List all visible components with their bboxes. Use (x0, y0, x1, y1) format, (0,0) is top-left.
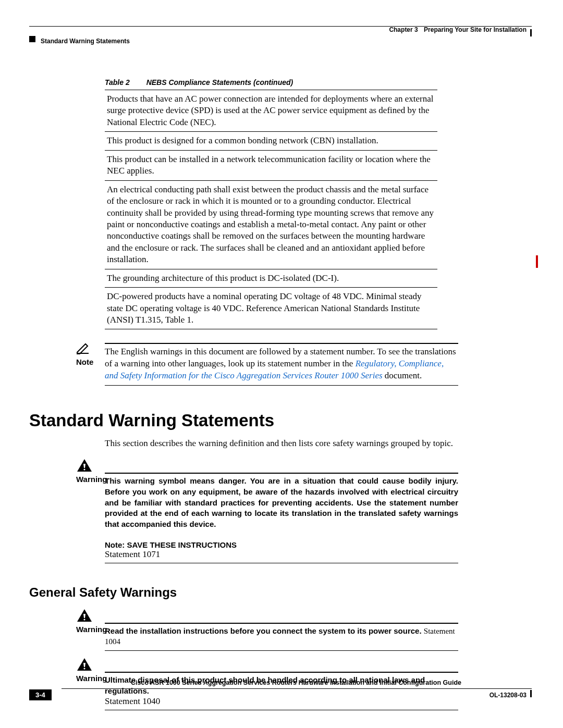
warning-note: Note: SAVE THESE INSTRUCTIONS (105, 540, 458, 549)
warning-statement: Statement 1071 (105, 549, 458, 560)
running-section-title: Standard Warning Statements (41, 38, 130, 45)
svg-point-1 (83, 619, 85, 620)
table-row: The grounding architecture of this produ… (105, 269, 437, 287)
warning-rule-bottom (105, 650, 458, 651)
table-number: Table 2 (105, 78, 130, 87)
heading-2: General Safety Warnings (29, 585, 532, 600)
footer-page-number: 3-4 (29, 689, 52, 700)
warning-block-1: Warning This warning symbol means danger… (29, 459, 532, 563)
document-page: Chapter 3 Preparing Your Site for Instal… (29, 16, 532, 712)
header-end-bar-icon (530, 29, 532, 36)
warning-triangle-icon (76, 657, 93, 674)
note-rule-bottom (105, 385, 458, 386)
warning-body: This warning symbol means danger. You ar… (105, 476, 458, 529)
nebs-table: Products that have an AC power connectio… (105, 90, 437, 329)
chapter-heading: Chapter 3 Preparing Your Site for Instal… (389, 26, 527, 33)
pencil-icon (76, 342, 92, 356)
note-label: Note (76, 357, 93, 366)
header-square-icon (29, 36, 35, 42)
note-block: Note The English warnings in this docume… (29, 343, 532, 386)
table-row: This product can be installed in a netwo… (105, 150, 437, 180)
warning-rule-bottom (105, 563, 458, 563)
table-row: DC-powered products have a nominal opera… (105, 288, 437, 329)
warning-label: Warning (76, 625, 107, 634)
heading-1: Standard Warning Statements (29, 411, 532, 430)
table-row: This product is designed for a common bo… (105, 132, 437, 150)
page-header: Chapter 3 Preparing Your Site for Instal… (29, 26, 532, 47)
revision-bar-icon (536, 255, 538, 268)
note-body: The English warnings in this document ar… (105, 346, 458, 382)
warning-rule-top (105, 623, 458, 624)
warning-triangle-icon (76, 458, 93, 475)
table-row: An electrical conducting path shall exis… (105, 180, 437, 269)
chapter-title-text: Preparing Your Site for Installation (424, 26, 527, 33)
chapter-label: Chapter 3 (389, 26, 418, 33)
footer-doc-number: OL-13208-03 (489, 692, 527, 699)
footer-end-bar-icon (530, 690, 532, 697)
page-footer: Cisco ASR 1000 Series Aggregation Servic… (29, 688, 532, 712)
note-text-post: document. (383, 371, 422, 380)
warning-rule-top (105, 473, 458, 474)
footer-guide-title: Cisco ASR 1000 Series Aggregation Servic… (66, 679, 527, 686)
warning-rule-top (105, 672, 458, 673)
warning-triangle-icon (76, 608, 93, 625)
warning-text: Read the installation instructions befor… (105, 626, 422, 635)
warning-body: Read the installation instructions befor… (105, 626, 458, 647)
footer-rule (62, 688, 532, 689)
warning-block-2: Warning Read the installation instructio… (29, 609, 532, 651)
table-section: Table 2 NEBS Compliance Statements (cont… (105, 78, 532, 329)
note-rule-top (105, 343, 458, 344)
table-caption-text: NEBS Compliance Statements (continued) (146, 78, 293, 87)
heading-1-body: This section describes the warning defin… (105, 438, 532, 450)
svg-point-2 (83, 668, 85, 669)
table-caption: Table 2 NEBS Compliance Statements (cont… (105, 78, 532, 87)
warning-label: Warning (76, 475, 107, 484)
svg-point-0 (83, 469, 85, 471)
table-row: Products that have an AC power connectio… (105, 90, 437, 132)
